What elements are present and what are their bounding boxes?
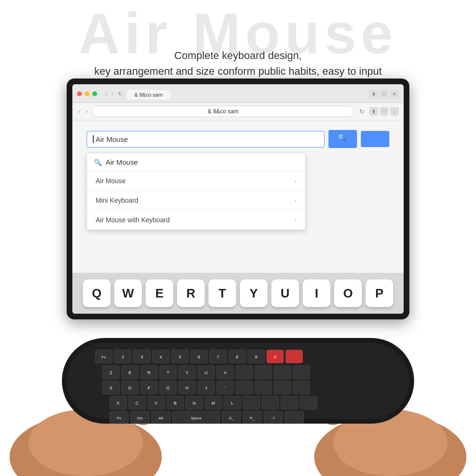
key-row3e1[interactable] (236, 381, 253, 394)
dropdown-search-row: 🔍 Air Mouse (87, 153, 305, 171)
key-row4e2[interactable] (262, 396, 279, 409)
svg-text:J: J (205, 386, 208, 390)
svg-text:Alt: Alt (159, 416, 163, 420)
browser-search-input[interactable]: Air Mouse (87, 131, 325, 148)
dropdown-item-2[interactable]: Air Mouse with Keyboard › (87, 210, 305, 229)
key-row3e2[interactable] (255, 381, 272, 394)
svg-text:L: L (231, 401, 233, 406)
keyboard-row-2: Z E R T Y U A (102, 366, 310, 379)
browser-tab-active[interactable]: & 8&co sam (127, 90, 170, 99)
svg-text:A: A (224, 370, 227, 375)
svg-text:Fn: Fn (117, 416, 121, 420)
dropdown-item-0[interactable]: Air Mouse › (87, 171, 305, 191)
traffic-light-red[interactable] (77, 91, 82, 96)
key-extra1[interactable] (236, 366, 253, 379)
keyboard-row-1: F1 2 3 4 5 6 7 8 9 0 (95, 350, 303, 363)
key-backspace[interactable] (286, 350, 303, 363)
dropdown-search-icon: 🔍 (94, 159, 102, 166)
desc-line2: key arrangement and size conform public … (0, 63, 476, 79)
svg-text:B: B (174, 401, 177, 406)
svg-text:Y: Y (186, 370, 188, 375)
search-dropdown: 🔍 Air Mouse Air Mouse › Mini Keyboard › … (87, 153, 306, 230)
desc-line1: Complete keyboard design, (0, 48, 476, 63)
svg-text:X: X (117, 401, 119, 406)
svg-text:Z: Z (109, 370, 112, 375)
key-extra2[interactable] (255, 366, 272, 379)
svg-text:H: H (186, 386, 189, 390)
address-text: & 8&co sam (208, 108, 238, 115)
svg-text:7: 7 (217, 355, 219, 359)
svg-text:P_: P_ (250, 416, 255, 420)
svg-text:Dio: Dio (137, 416, 143, 420)
description-block: Complete keyboard design, key arrangemen… (0, 48, 476, 79)
address-forward-btn[interactable]: › (85, 108, 89, 115)
svg-text:3: 3 (140, 355, 143, 359)
dropdown-search-text: Air Mouse (106, 158, 138, 166)
key-row5e1[interactable] (285, 411, 304, 424)
toolbar-bookmark[interactable]: ♡ (380, 107, 388, 116)
svg-text:.?: .? (272, 416, 275, 420)
svg-text:6: 6 (198, 355, 200, 359)
svg-text:8: 8 (236, 355, 238, 359)
address-bar-row: ‹ › & 8&co sam ↻ ⬆ ♡ ↓ (72, 103, 404, 120)
svg-text:0: 0 (274, 355, 276, 359)
dropdown-item-label-1: Mini Keyboard (96, 197, 139, 204)
browser-action-more[interactable]: ≡ (390, 89, 399, 98)
svg-text:S: S (109, 386, 112, 390)
svg-text:5: 5 (178, 355, 181, 359)
svg-text:4: 4 (159, 355, 162, 359)
search-input-value: Air Mouse (96, 135, 128, 143)
nav-refresh[interactable]: ↻ (117, 90, 124, 98)
traffic-light-yellow[interactable] (85, 91, 89, 96)
svg-text:C: C (136, 401, 139, 406)
toolbar-actions: ⬆ ♡ ↓ (369, 107, 399, 116)
text-cursor (93, 135, 94, 143)
dropdown-item-1[interactable]: Mini Keyboard › (87, 191, 305, 210)
browser-chrome: ‹ › ↻ & 8&co sam ⬆ □ ≡ (72, 84, 404, 103)
address-bar[interactable]: & 8&co sam (92, 106, 354, 117)
nav-back[interactable]: ‹ (104, 90, 109, 98)
reload-button[interactable]: ↻ (357, 107, 367, 116)
key-enter-bottom[interactable] (293, 381, 310, 394)
svg-text:': ' (225, 386, 226, 390)
key-extra3[interactable] (274, 366, 291, 379)
svg-text:M: M (211, 401, 215, 406)
nav-forward[interactable]: › (110, 90, 115, 98)
svg-text:O_: O_ (229, 416, 234, 420)
svg-text:R: R (148, 370, 151, 375)
search-button[interactable]: 🔍 (328, 130, 357, 148)
svg-text:F: F (148, 386, 150, 390)
svg-text:N: N (193, 401, 196, 406)
svg-text:Space: Space (191, 416, 202, 420)
browser-action-bookmark[interactable]: □ (380, 89, 388, 98)
svg-text:E: E (129, 370, 131, 375)
browser-action-share[interactable]: ⬆ (369, 89, 378, 98)
tab-bar: & 8&co sam (127, 90, 171, 99)
search-input-row: Air Mouse 🔍 (87, 130, 389, 148)
key-row3e3[interactable] (274, 381, 291, 394)
browser-controls: ‹ › ↻ & 8&co sam ⬆ □ ≡ (77, 88, 399, 99)
svg-text:V: V (155, 401, 158, 406)
key-row4e4[interactable] (300, 396, 317, 409)
dropdown-item-chevron-0: › (295, 178, 297, 185)
search-submit-button[interactable] (361, 131, 389, 147)
key-row4e1[interactable] (243, 396, 260, 409)
toolbar-share[interactable]: ⬆ (369, 107, 378, 116)
search-icon: 🔍 (338, 134, 346, 141)
svg-text:2: 2 (121, 355, 124, 359)
svg-text:F1: F1 (101, 355, 106, 359)
dropdown-item-label-0: Air Mouse (96, 177, 126, 185)
key-enter-top[interactable] (293, 366, 310, 379)
browser-content: Air Mouse 🔍 🔍 Air Mouse Air Mouse (72, 120, 404, 273)
dropdown-item-chevron-2: › (295, 217, 297, 224)
traffic-light-green[interactable] (92, 91, 97, 96)
key-row4e3[interactable] (281, 396, 298, 409)
hands-svg: F1 2 3 4 5 6 7 8 9 0 (0, 276, 476, 476)
svg-text:U: U (205, 370, 208, 375)
address-back-btn[interactable]: ‹ (77, 108, 82, 115)
browser-action-buttons: ⬆ □ ≡ (369, 89, 399, 98)
keyboard-row-4: X C V B N M L (109, 396, 317, 409)
svg-text:D: D (129, 386, 132, 390)
toolbar-downloads[interactable]: ↓ (390, 107, 399, 116)
svg-text:T: T (167, 370, 169, 375)
